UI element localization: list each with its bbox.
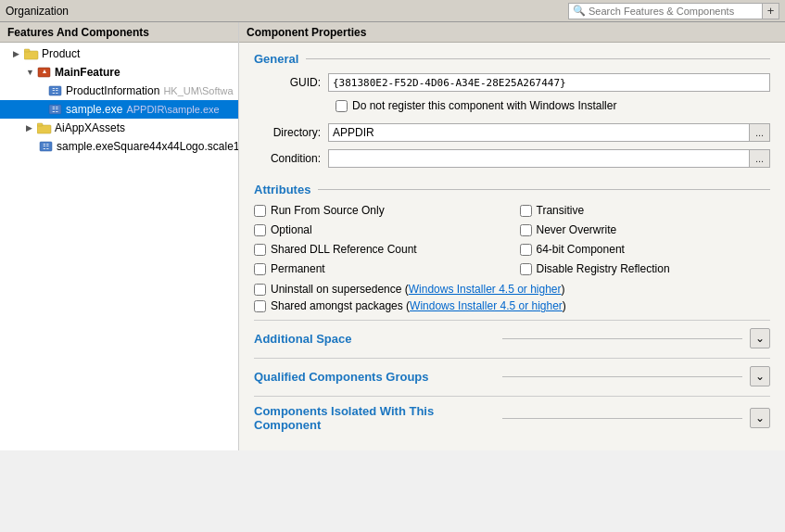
feature-icon-mainfeature [37,66,52,79]
uninstall-supersedence-label: Uninstall on supersedence (Windows Insta… [271,283,565,296]
components-isolated-section[interactable]: Components Isolated With This Component … [254,396,770,439]
tree-item-aiappxassets[interactable]: AiAppXAssets [0,119,238,137]
expand-arrow-aiappxassets [26,123,35,133]
condition-label: Condition: [254,152,328,165]
tree-label-mainfeature: MainFeature [55,66,120,79]
svg-rect-9 [37,123,43,126]
svg-text:☷: ☷ [52,106,58,114]
64bit-checkbox[interactable] [520,244,532,256]
tree-sub-sampleexe: APPDIR\sample.exe [126,104,219,115]
additional-space-section[interactable]: Additional Space ⌄ [254,320,770,356]
right-panel: Component Properties General GUID: Do no… [239,22,785,450]
shared-dll-label: Shared DLL Reference Count [271,243,417,256]
cb-disable-registry: Disable Registry Reflection [520,262,771,275]
components-isolated-chevron[interactable]: ⌄ [750,408,770,428]
permanent-checkbox[interactable] [254,263,266,275]
no-register-checkbox-row: Do not register this component with Wind… [336,99,616,112]
props-body: General GUID: Do not register this compo… [239,43,785,450]
components-isolated-title: Components Isolated With This Component [254,404,495,432]
qualified-components-chevron[interactable]: ⌄ [750,366,770,386]
guid-field-container [328,73,770,92]
svg-rect-1 [24,49,30,52]
condition-row: Condition: ... [254,149,770,168]
tree-label-product: Product [42,47,80,60]
top-bar: Organization 🔍 + [0,0,785,22]
svg-rect-0 [24,51,38,59]
run-from-source-checkbox[interactable] [254,205,266,217]
cb-64bit: 64-bit Component [520,243,771,256]
expand-arrow-mainfeature [26,68,35,77]
tree-item-sampleexe[interactable]: ☷ sample.exe APPDIR\sample.exe [0,100,238,119]
shared-packages-label: Shared amongst packages (Windows Install… [271,299,566,312]
uninstall-supersedence-checkbox[interactable] [254,284,266,296]
cb-shared-dll: Shared DLL Reference Count [254,243,505,256]
tree-area: Product MainFeature [0,43,238,158]
optional-checkbox[interactable] [254,224,266,236]
expand-arrow-product [13,49,22,58]
permanent-label: Permanent [271,262,325,275]
no-register-checkbox[interactable] [336,100,348,112]
tree-sub-productinfo: HK_UM\Softwa [163,85,233,96]
never-overwrite-label: Never Overwrite [537,223,617,236]
cb-permanent: Permanent [254,262,505,275]
guid-label: GUID: [254,76,328,89]
cb-transitive: Transitive [520,204,771,217]
cb-run-from-source: Run From Source Only [254,204,505,217]
folder-icon-aiappxassets [37,121,52,134]
directory-label: Directory: [254,126,328,139]
search-input[interactable] [589,6,746,17]
component-icon-sampleexe: ☷ [48,103,63,116]
right-panel-header: Component Properties [239,22,785,43]
left-panel-title: Features And Components [7,26,149,39]
optional-label: Optional [271,223,312,236]
tree-label-aiappxassets: AiAppXAssets [55,121,125,134]
no-register-row: Do not register this component with Wind… [336,99,770,116]
svg-text:☷: ☷ [43,143,49,151]
qualified-components-title: Qualified Components Groups [254,370,495,384]
tree-label-productinfo: ProductInformation [66,84,159,97]
right-panel-title: Component Properties [247,26,366,39]
64bit-label: 64-bit Component [537,243,625,256]
attributes-section-title: Attributes [254,183,770,196]
qualified-components-line [502,376,743,377]
disable-registry-checkbox[interactable] [520,263,532,275]
tree-item-product[interactable]: Product [0,44,238,63]
search-box: 🔍 [568,3,763,19]
tree-label-sampleexe: sample.exe [66,103,122,116]
tree-item-productinfo[interactable]: ☷ ProductInformation HK_UM\Softwa [0,82,238,100]
shared-dll-checkbox[interactable] [254,244,266,256]
guid-row: GUID: [254,73,770,92]
content-area: Features And Components Product [0,22,785,450]
tree-item-mainfeature[interactable]: MainFeature [0,63,238,82]
cb-never-overwrite: Never Overwrite [520,223,771,236]
left-panel-header: Features And Components [0,22,238,43]
additional-space-title: Additional Space [254,332,495,346]
transitive-checkbox[interactable] [520,205,532,217]
tree-item-sampleexesquare[interactable]: ☷ sample.exeSquare44x44Logo.scale10 [0,137,238,156]
directory-browse-button[interactable]: ... [750,123,770,142]
directory-field-container: ... [328,123,770,142]
condition-input[interactable] [328,149,750,168]
no-register-label: Do not register this component with Wind… [352,99,616,112]
svg-rect-8 [37,125,51,133]
component-icon-sampleexesquare: ☷ [39,140,54,153]
condition-browse-button[interactable]: ... [750,149,770,168]
folder-icon-product [24,47,39,60]
never-overwrite-checkbox[interactable] [520,224,532,236]
qualified-components-section[interactable]: Qualified Components Groups ⌄ [254,358,770,394]
component-icon-productinfo: ☷ [48,84,63,97]
cb-shared-packages-row: Shared amongst packages (Windows Install… [254,299,770,312]
add-button[interactable]: + [763,3,779,19]
disable-registry-label: Disable Registry Reflection [537,262,670,275]
tree-label-sampleexesquare: sample.exeSquare44x44Logo.scale10 [57,140,238,153]
directory-input[interactable] [328,123,750,142]
run-from-source-label: Run From Source Only [271,204,385,217]
guid-input[interactable] [328,73,770,92]
additional-space-chevron[interactable]: ⌄ [750,328,770,348]
transitive-label: Transitive [537,204,585,217]
directory-row: Directory: ... [254,123,770,142]
shared-packages-checkbox[interactable] [254,300,266,312]
cb-optional: Optional [254,223,505,236]
app-title: Organization [6,5,69,18]
additional-space-line [502,338,743,339]
